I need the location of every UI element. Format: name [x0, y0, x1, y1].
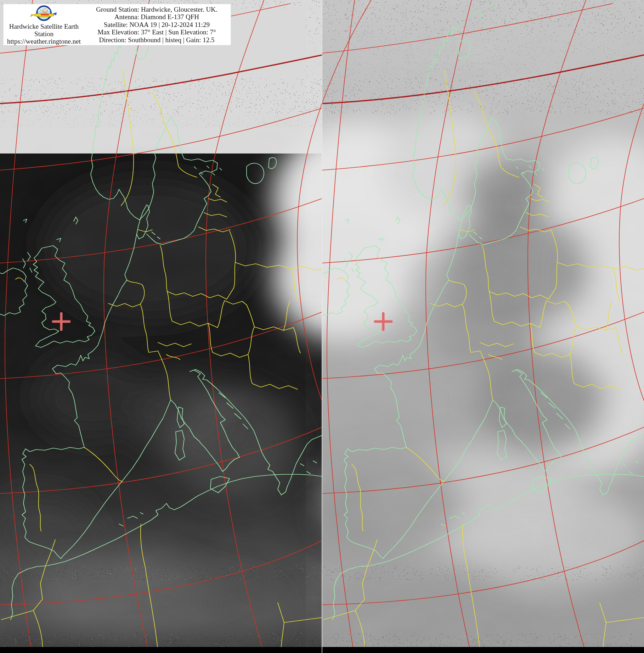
- station-name: Hardwicke Satellite Earth Station: [7, 23, 81, 38]
- station-url: https://weather.ringtone.net: [7, 38, 81, 45]
- apt-satellite-decode: Hardwicke Satellite Earth Station https:…: [0, 0, 644, 653]
- station-identity: Hardwicke Satellite Earth Station https:…: [4, 4, 84, 45]
- antenna-line: Antenna: Diamond E-137 QFH: [114, 13, 199, 21]
- station-logo: [26, 5, 62, 23]
- satellite-line: Satellite: NOAA 19 | 20-12-2024 11:29: [104, 21, 210, 29]
- elevation-line: Max Elevation: 37° East | Sun Elevation:…: [97, 28, 216, 36]
- satellite-image-canvas: [0, 0, 644, 653]
- ground-station-line: Ground Station: Hardwicke, Gloucester. U…: [96, 6, 217, 13]
- pass-details: Ground Station: Hardwicke, Gloucester. U…: [84, 4, 231, 45]
- plane-stripe: [41, 14, 49, 15]
- panel-separator: [322, 0, 322, 653]
- direction-line: Direction: Southbound | histeq | Gain: 1…: [99, 36, 215, 44]
- plane-tail: [30, 14, 34, 17]
- station-info-box: Hardwicke Satellite Earth Station https:…: [4, 4, 231, 45]
